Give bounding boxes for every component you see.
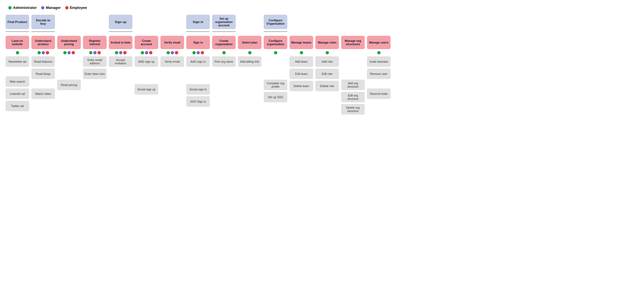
dots-manage-teams [300, 51, 303, 55]
phase-empty-7 [315, 15, 339, 29]
task-enter-team-size[interactable]: Enter team size [83, 69, 107, 79]
task-delete-role[interactable]: Delete role [315, 81, 339, 91]
phase-find-product: Find Product [6, 15, 29, 29]
dots-land [16, 51, 19, 55]
dots-sign-in [192, 51, 204, 55]
dot-green [248, 51, 251, 54]
dot-red [72, 51, 75, 54]
task-accept-invitation[interactable]: Accept invitation [109, 56, 132, 67]
dots-configure-org [274, 51, 277, 55]
phase-sign-in: Sign in [186, 15, 210, 29]
dot-green [377, 51, 381, 54]
task-add-org-structure[interactable]: Add org structure [341, 80, 365, 90]
task-enter-email[interactable]: Enter email address [83, 56, 107, 67]
dots-manage-users [377, 51, 381, 55]
col-invited-to-beta: Sign up Invited to beta Accept invitatio… [109, 15, 132, 67]
task-delete-team[interactable]: Delete team [290, 81, 313, 91]
phase-divider14 [341, 31, 365, 32]
admin-dot [8, 6, 12, 9]
phase-divider4 [83, 31, 107, 32]
task-edit-team[interactable]: Edit team [290, 69, 313, 79]
manager-label: Manager [46, 6, 61, 10]
task-resend-invite[interactable]: Resend invite [367, 88, 391, 99]
phase-divider9 [212, 31, 236, 32]
task-complete-org-profile[interactable]: Complete org profile [264, 80, 287, 90]
phase-divider12 [290, 31, 313, 32]
task-read-blogs[interactable]: Read blogs [31, 69, 55, 79]
task-read-features[interactable]: Read features [31, 56, 55, 67]
phase-empty-1 [57, 15, 81, 29]
dot-purple [197, 51, 200, 54]
task-set-up-sso[interactable]: Set up SSO [264, 92, 287, 102]
task-linkedin-ad[interactable]: LinkedIn ad [6, 88, 29, 99]
phase-set-up-org: Set up organisation account [212, 15, 236, 29]
task-aad-sign-in[interactable]: AAD sign in [186, 56, 210, 67]
employee-label: Employee [70, 6, 87, 10]
task-pick-org-name[interactable]: Pick org name [212, 56, 236, 67]
step-register-interest: Register interest [83, 36, 107, 49]
task-read-pricing[interactable]: Read pricing [57, 80, 81, 90]
task-aad-sign-up[interactable]: AAD sign up [135, 56, 158, 67]
phase-decide-to-buy: Decide to buy [31, 15, 55, 29]
task-newsletter-ad[interactable]: Newsletter ad [6, 56, 29, 67]
task-edit-role[interactable]: Edit role [315, 69, 339, 79]
dot-purple [171, 51, 174, 54]
dot-red [97, 51, 101, 54]
col-manage-teams: Manage teams Add team Edit team Delete t… [290, 15, 313, 91]
phase-empty-3 [135, 15, 158, 29]
task-verify-email[interactable]: Verify email [160, 56, 184, 67]
step-manage-roles: Manage roles [315, 36, 339, 49]
dot-green [222, 51, 226, 54]
task-add-team[interactable]: Add team [290, 56, 313, 67]
step-configure-organisation: Configure organisation [264, 36, 287, 49]
col-verify-email: Verify email Verify email [160, 15, 184, 67]
task-add-billing-info[interactable]: Add billing info [238, 56, 261, 67]
dot-purple [93, 51, 97, 54]
col-create-account: Create account AAD sign up Social sign u… [135, 15, 158, 95]
col-sign-in: Sign in Sign in AAD sign in Social sign … [186, 15, 210, 107]
task-edit-org-structure[interactable]: Edit org structure [341, 92, 365, 102]
phase-empty-6 [290, 15, 313, 29]
phase-empty-9 [367, 15, 391, 29]
phase-divider5 [109, 31, 132, 32]
task-watch-video[interactable]: Watch video [31, 88, 55, 99]
phase-divider11 [264, 31, 287, 32]
page: Administrator Manager Employee Find Prod… [0, 0, 644, 304]
dot-green [192, 51, 196, 54]
dot-red [201, 51, 204, 54]
dots-verify-email [167, 51, 178, 55]
dot-green [37, 51, 41, 54]
phase-sign-up: Sign up [109, 15, 132, 29]
col-manage-users: Manage users Invite teamate Remove user … [367, 15, 391, 99]
dot-green [326, 51, 329, 54]
task-delete-org-structure[interactable]: Delete org structure [341, 104, 365, 115]
dot-green [141, 51, 144, 54]
dot-green [300, 51, 303, 54]
task-invite-teamate[interactable]: Invite teamate [367, 56, 391, 67]
step-create-account: Create account [135, 36, 158, 49]
task-add-role[interactable]: Add role [315, 56, 339, 67]
task-twitter-ad[interactable]: Twitter ad [6, 101, 29, 111]
dot-green [63, 51, 67, 54]
col-understand-pricing: Understand pricing Read pricing [57, 15, 81, 90]
dot-red [46, 51, 49, 54]
dot-red [149, 51, 152, 54]
step-invited-to-beta: Invited to beta [109, 36, 132, 49]
phase-empty-4 [160, 15, 184, 29]
task-web-search[interactable]: Web search [6, 76, 29, 87]
step-create-organisation: Create organisation [212, 36, 236, 49]
col-create-organisation: Set up organisation account Create organ… [212, 15, 236, 67]
dot-purple [42, 51, 45, 54]
phase-divider2 [31, 31, 55, 32]
task-social-sign-in[interactable]: Social sign in [186, 84, 210, 95]
step-manage-org-structures: Manage org structures [341, 36, 365, 49]
legend-administrator: Administrator [8, 6, 37, 10]
dots-understand-product [37, 51, 49, 55]
task-remove-user[interactable]: Remove user [367, 69, 391, 79]
journey-map: Find Product Land on website Newsletter … [6, 15, 638, 115]
step-manage-users: Manage users [367, 36, 391, 49]
task-sso-sign-in[interactable]: SSO Sign in [186, 96, 210, 107]
col-understand-product: Decide to buy Understand product Read fe… [31, 15, 55, 99]
phase-divider15 [367, 31, 391, 32]
task-social-sign-up[interactable]: Social sign up [135, 84, 158, 95]
